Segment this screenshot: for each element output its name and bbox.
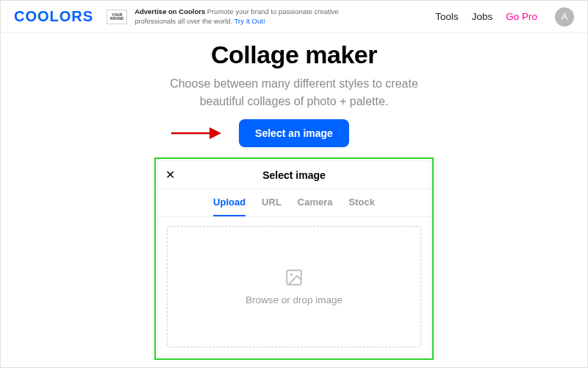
close-icon[interactable]: ✕ xyxy=(165,168,175,182)
nav: Tools Jobs Go Pro A xyxy=(435,7,574,26)
ad-text: Advertise on Coolors Promote your brand … xyxy=(135,7,340,26)
dropzone[interactable]: Browse or drop image xyxy=(167,226,421,347)
modal-header: ✕ Select image xyxy=(158,161,430,189)
select-image-modal: ✕ Select image Upload URL Camera Stock xyxy=(157,160,431,357)
tab-stock[interactable]: Stock xyxy=(349,197,375,216)
ad-title: Advertise on Coolors xyxy=(135,7,205,15)
avatar[interactable]: A xyxy=(555,7,574,26)
modal-title: Select image xyxy=(262,169,326,181)
ad-badge: YOUR BRAND xyxy=(107,10,127,24)
annotation-arrow-icon xyxy=(170,125,221,141)
modal-tabs: Upload URL Camera Stock xyxy=(158,189,430,217)
svg-point-3 xyxy=(290,274,293,276)
tab-url[interactable]: URL xyxy=(262,197,282,216)
image-icon xyxy=(284,268,304,287)
nav-tools[interactable]: Tools xyxy=(435,11,459,22)
ad-link[interactable]: Try It Out! xyxy=(234,17,265,25)
annotation-highlight: ✕ Select image Upload URL Camera Stock xyxy=(154,158,434,360)
tab-camera[interactable]: Camera xyxy=(298,197,333,216)
app-frame: COOLORS YOUR BRAND Advertise on Coolors … xyxy=(0,0,588,368)
subtitle-line-2: beautiful collages of photo + palette. xyxy=(1,93,587,110)
svg-marker-1 xyxy=(209,127,221,139)
nav-go-pro[interactable]: Go Pro xyxy=(506,11,537,22)
logo[interactable]: COOLORS xyxy=(14,8,93,25)
dropzone-label: Browse or drop image xyxy=(245,294,343,305)
cta-row: Select an image xyxy=(1,119,587,147)
tab-upload[interactable]: Upload xyxy=(213,197,245,216)
ad-banner[interactable]: YOUR BRAND Advertise on Coolors Promote … xyxy=(107,7,340,26)
dropzone-container: Browse or drop image xyxy=(158,217,430,356)
main: Collage maker Choose between many differ… xyxy=(1,33,587,360)
page-subtitle: Choose between many different styles to … xyxy=(1,75,587,110)
page-title: Collage maker xyxy=(1,40,587,69)
header: COOLORS YOUR BRAND Advertise on Coolors … xyxy=(1,1,587,33)
nav-jobs[interactable]: Jobs xyxy=(472,11,493,22)
subtitle-line-1: Choose between many different styles to … xyxy=(1,75,587,93)
select-image-button[interactable]: Select an image xyxy=(239,119,349,147)
